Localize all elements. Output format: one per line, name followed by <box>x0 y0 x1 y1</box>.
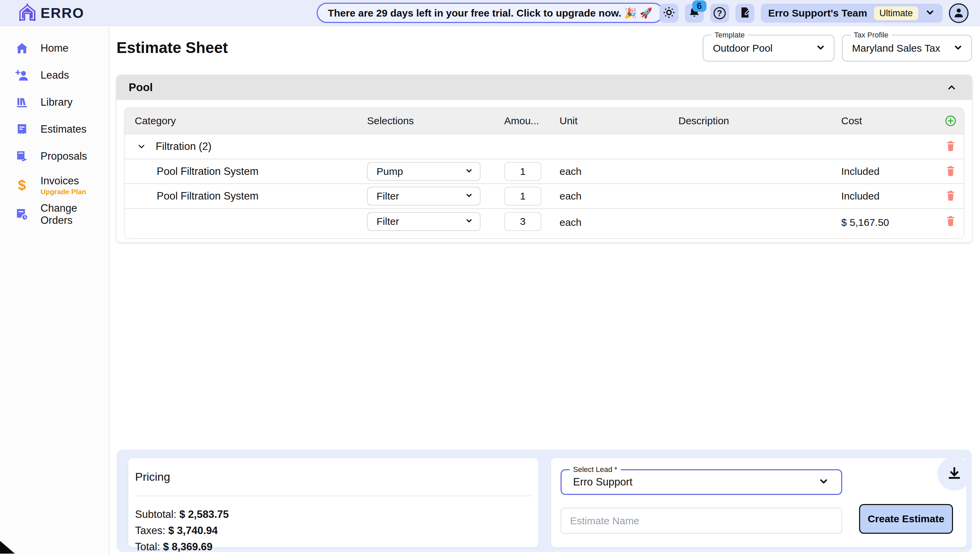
select-lead-label: Select Lead * <box>570 465 621 474</box>
amount-input[interactable]: 1 <box>504 162 541 181</box>
trial-upgrade-banner[interactable]: There are 29 days left in your free tria… <box>317 3 664 23</box>
row-unit: each <box>555 191 674 202</box>
selection-value: Filter <box>377 216 399 227</box>
mouse-cursor <box>0 541 15 555</box>
sidebar-item-leads[interactable]: Leads <box>0 62 109 89</box>
sidebar-item-label: Leads <box>40 69 69 81</box>
group-label: Filtration (2) <box>156 140 212 152</box>
row-unit: each <box>555 166 674 177</box>
row-category: Pool Filtration System <box>125 165 364 178</box>
team-switcher[interactable]: Erro Support's Team Ultimate <box>761 4 943 22</box>
chevron-down-icon <box>465 166 473 177</box>
delete-row-button[interactable] <box>945 140 956 153</box>
expand-chevron-down-icon[interactable] <box>137 142 146 151</box>
help-button[interactable]: ? <box>710 4 729 22</box>
col-cost: Cost <box>836 115 937 127</box>
plan-badge: Ultimate <box>874 6 918 20</box>
estimate-name-input[interactable] <box>561 508 842 534</box>
sidebar-item-label: Proposals <box>40 150 87 162</box>
sidebar-item-label: Change Orders <box>40 202 109 226</box>
table-row: Filtration (2) <box>125 134 964 159</box>
add-row-button[interactable] <box>945 115 957 127</box>
download-button[interactable] <box>946 465 963 483</box>
total-value: $ 8,369.69 <box>163 541 213 553</box>
amount-input[interactable]: 1 <box>504 187 541 205</box>
table-row: Filter 3 each $ 5,167.50 <box>125 208 964 238</box>
notification-count-badge: 6 <box>692 0 706 12</box>
pool-items-table: Category Selections Amou... Unit Descrip… <box>124 107 964 239</box>
subtotal-line: Subtotal: $ 2,583.75 <box>135 506 531 523</box>
receipt-icon <box>15 122 29 136</box>
sidebar-item-label: Home <box>40 42 69 55</box>
sidebar-item-change-orders[interactable]: Change Orders <box>0 201 109 228</box>
help-icon: ? <box>714 7 726 19</box>
tax-profile-label: Tax Profile <box>851 31 892 40</box>
app-logo[interactable]: ERRO <box>18 3 84 24</box>
selection-select[interactable]: Filter <box>367 212 481 231</box>
chevron-down-icon <box>816 43 826 54</box>
collapse-chevron-up-icon[interactable] <box>946 82 957 93</box>
edit-note-icon <box>739 6 751 20</box>
sidebar-item-estimates[interactable]: Estimates <box>0 116 109 143</box>
sidebar-item-label: Invoices <box>40 175 86 187</box>
amount-input[interactable]: 3 <box>504 212 541 231</box>
subtotal-value: $ 2,583.75 <box>179 508 229 520</box>
col-selections: Selections <box>364 115 502 127</box>
user-avatar-button[interactable] <box>949 3 969 23</box>
taxes-line: Taxes: $ 3,740.94 <box>135 523 531 539</box>
team-name: Erro Support's Team <box>768 7 867 19</box>
template-select[interactable]: Template Outdoor Pool <box>703 35 834 61</box>
theme-toggle-button[interactable] <box>659 4 678 22</box>
selection-value: Filter <box>377 191 399 202</box>
dollar-icon: $ <box>15 178 29 192</box>
template-label: Template <box>712 31 747 40</box>
books-icon <box>15 95 29 109</box>
chevron-down-icon <box>818 476 829 488</box>
sidebar-item-library[interactable]: Library <box>0 89 109 116</box>
change-order-icon <box>15 207 29 221</box>
feedback-button[interactable] <box>736 4 754 22</box>
pool-section-title: Pool <box>129 81 153 94</box>
template-value: Outdoor Pool <box>713 43 773 54</box>
chevron-down-icon <box>465 191 473 202</box>
tax-profile-select[interactable]: Tax Profile Maryland Sales Tax <box>842 35 972 61</box>
delete-row-button[interactable] <box>945 215 956 228</box>
selection-select[interactable]: Pump <box>367 162 481 181</box>
home-icon <box>15 41 29 55</box>
table-row: Pool Filtration System Pump 1 each Inclu… <box>125 159 964 183</box>
create-estimate-button[interactable]: Create Estimate <box>859 504 953 534</box>
person-add-icon <box>15 68 29 82</box>
table-header-row: Category Selections Amou... Unit Descrip… <box>125 108 964 134</box>
app-screen: ERRO There are 29 days left in your free… <box>0 0 980 555</box>
select-lead-dropdown[interactable]: Select Lead * Erro Support <box>561 469 842 495</box>
delete-row-button[interactable] <box>945 190 956 202</box>
person-icon <box>952 6 966 21</box>
delete-row-button[interactable] <box>945 165 956 178</box>
selection-value: Pump <box>377 166 403 177</box>
pricing-title: Pricing <box>135 470 531 483</box>
col-amount: Amou... <box>502 115 555 127</box>
upgrade-plan-tag[interactable]: Upgrade Plan <box>40 188 86 196</box>
chevron-down-icon <box>953 43 963 54</box>
col-unit: Unit <box>555 115 674 127</box>
col-description: Description <box>674 115 836 127</box>
proposal-icon <box>15 149 29 164</box>
bottom-panel: Pricing Subtotal: $ 2,583.75 Taxes: $ 3,… <box>117 450 972 552</box>
sidebar-item-home[interactable]: Home <box>0 35 109 62</box>
col-category: Category <box>125 115 364 127</box>
taxes-value: $ 3,740.94 <box>168 525 218 536</box>
row-cost: Included <box>836 166 937 177</box>
divider <box>135 496 531 496</box>
selection-select[interactable]: Filter <box>367 187 481 205</box>
logo-house-icon <box>18 3 37 24</box>
row-cost: Included <box>836 191 937 202</box>
sidebar-item-invoices[interactable]: $ Invoices Upgrade Plan <box>0 170 109 201</box>
pool-section-header[interactable]: Pool <box>117 75 972 100</box>
table-row: Pool Filtration System Filter 1 each Inc… <box>125 183 964 208</box>
sun-icon <box>662 6 675 20</box>
sidebar-item-proposals[interactable]: Proposals <box>0 143 109 170</box>
notifications-button[interactable]: 6 <box>685 4 704 22</box>
pricing-card: Pricing Subtotal: $ 2,583.75 Taxes: $ 3,… <box>128 458 538 547</box>
page-header: Estimate Sheet Template Outdoor Pool Tax… <box>109 26 980 75</box>
chevron-down-icon <box>465 216 473 227</box>
